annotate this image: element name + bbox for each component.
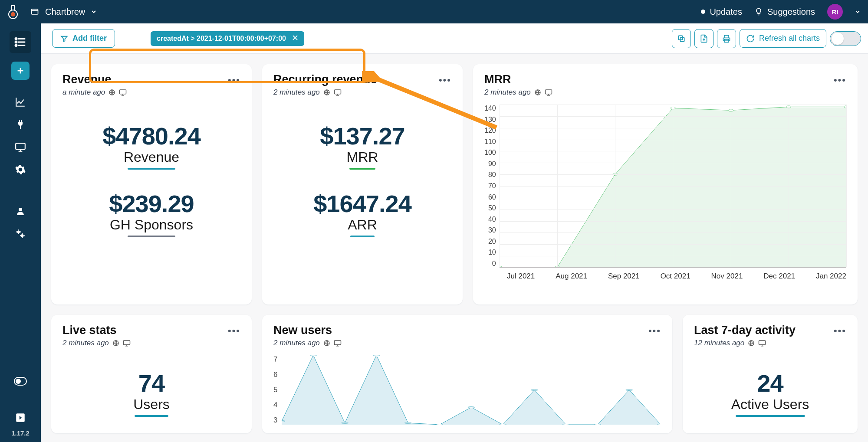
user-avatar[interactable]: RI	[827, 4, 843, 20]
card-title: Last 7-day activity	[694, 324, 796, 337]
monitor-icon	[334, 88, 342, 96]
sidebar-connections[interactable]	[10, 114, 31, 135]
card-subtitle: 12 minutes ago	[694, 339, 796, 347]
suggestions-link[interactable]: Suggestions	[754, 7, 815, 17]
card-subtitle: 2 minutes ago	[484, 88, 552, 97]
svg-rect-13	[16, 143, 25, 149]
row-1: Revenue a minute ago ••• $4780.24 Revenu…	[51, 64, 858, 304]
app-logo[interactable]	[5, 4, 21, 20]
underline	[349, 168, 375, 170]
export-button[interactable]	[694, 29, 713, 48]
chart-plot	[282, 355, 661, 425]
card-title: Revenue	[62, 73, 127, 86]
monitor-icon	[545, 88, 552, 96]
svg-point-57	[310, 355, 317, 356]
svg-point-63	[500, 424, 506, 425]
card-menu[interactable]: •••	[439, 73, 451, 86]
globe-icon	[323, 89, 330, 96]
copy-icon	[677, 34, 686, 43]
svg-rect-30	[120, 90, 126, 94]
card-menu[interactable]: •••	[228, 73, 240, 86]
svg-point-64	[531, 390, 538, 391]
workspace-selector[interactable]: Chartbrew	[30, 7, 96, 17]
window-icon	[30, 7, 39, 16]
print-icon	[722, 34, 731, 43]
toggle-knob	[832, 33, 844, 45]
sidebar-user[interactable]	[10, 200, 31, 222]
mrr-chart: 1401301201101009080706050403020100	[484, 105, 846, 268]
sidebar-advanced[interactable]	[10, 223, 31, 245]
toolbar-right: Refresh all charts	[672, 29, 861, 48]
svg-point-59	[373, 355, 380, 356]
underline	[135, 415, 168, 417]
svg-point-20	[16, 379, 21, 384]
svg-point-17	[17, 230, 20, 233]
monitor-icon	[334, 339, 342, 347]
svg-point-58	[342, 422, 349, 424]
card-title: New users	[273, 324, 342, 337]
copy-button[interactable]	[672, 29, 691, 48]
filter-chip[interactable]: createdAt > 2021-12-01T00:00:00+07:00	[151, 31, 304, 46]
card-live-stats: Live stats 2 minutes ago ••• 74 Users	[51, 315, 252, 433]
card-revenue: Revenue a minute ago ••• $4780.24 Revenu…	[51, 64, 252, 304]
filter-chip-text: createdAt > 2021-12-01T00:00:00+07:00	[157, 35, 286, 43]
chevron-down-icon[interactable]	[855, 9, 860, 14]
underline	[736, 415, 805, 417]
underline	[350, 236, 375, 237]
lightbulb-icon	[754, 7, 763, 16]
kpi-label: ARR	[273, 217, 451, 233]
sidebar-display[interactable]	[10, 136, 31, 158]
kpi-value: 74	[62, 369, 240, 397]
filter-chip-remove[interactable]	[292, 35, 298, 43]
plus-icon	[16, 66, 25, 75]
refresh-icon	[746, 34, 755, 43]
sidebar-menu[interactable]	[10, 31, 31, 53]
gear-icon	[15, 164, 26, 175]
card-menu[interactable]: •••	[228, 324, 240, 337]
kpi-value: $239.29	[62, 190, 240, 218]
chart-svg	[282, 355, 661, 425]
refresh-all-button[interactable]: Refresh all charts	[740, 29, 826, 48]
svg-point-9	[15, 41, 17, 43]
auto-refresh-toggle[interactable]	[830, 31, 861, 46]
print-button[interactable]	[717, 29, 736, 48]
svg-point-8	[15, 38, 17, 40]
globe-icon	[323, 340, 330, 347]
kpi-value: $4780.24	[62, 122, 240, 150]
svg-rect-53	[334, 341, 341, 345]
dot-icon	[701, 10, 705, 14]
svg-rect-38	[545, 90, 552, 94]
newusers-chart: 76543	[273, 355, 661, 425]
sidebar-add[interactable]	[11, 62, 30, 80]
chart-line-icon	[15, 96, 26, 108]
card-menu[interactable]: •••	[834, 73, 846, 86]
card-menu[interactable]: •••	[648, 324, 661, 337]
sidebar-collapse[interactable]	[10, 407, 31, 429]
svg-rect-70	[759, 341, 766, 345]
sidebar-charts[interactable]	[10, 91, 31, 113]
globe-icon	[108, 89, 115, 96]
card-subtitle: 2 minutes ago	[62, 339, 131, 347]
card-title: Live stats	[62, 324, 131, 337]
underline	[128, 168, 175, 170]
kpi-label: Users	[62, 396, 240, 413]
kpi-label: GH Sponsors	[62, 217, 240, 233]
add-filter-button[interactable]: Add filter	[52, 29, 115, 48]
card-menu[interactable]: •••	[834, 324, 846, 337]
updates-link[interactable]: Updates	[701, 7, 742, 17]
svg-point-10	[15, 45, 17, 46]
workspace-name: Chartbrew	[45, 7, 85, 17]
toggle-icon	[14, 377, 27, 386]
plug-icon	[15, 119, 26, 130]
sidebar-toggle-theme[interactable]	[10, 370, 31, 392]
card-title: Recurring revenue	[273, 73, 377, 86]
header-right: Updates Suggestions RI	[701, 4, 860, 20]
globe-icon	[534, 89, 541, 96]
svg-point-18	[21, 234, 24, 237]
refresh-label: Refresh all charts	[759, 34, 820, 43]
sidebar-settings[interactable]	[10, 159, 31, 180]
card-subtitle: 2 minutes ago	[273, 339, 342, 347]
user-icon	[15, 206, 26, 216]
svg-rect-3	[32, 9, 38, 14]
svg-point-61	[437, 424, 444, 425]
